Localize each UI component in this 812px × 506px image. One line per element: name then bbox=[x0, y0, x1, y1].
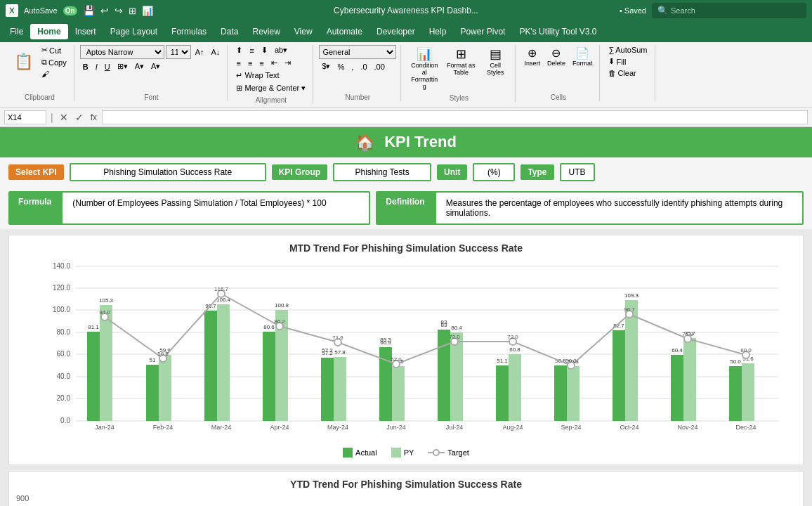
ribbon-number: General $▾ % , .0 .00 Number bbox=[315, 45, 401, 101]
comma-button[interactable]: , bbox=[348, 62, 356, 72]
menu-developer[interactable]: Developer bbox=[369, 24, 422, 39]
formula-input[interactable] bbox=[102, 110, 808, 124]
menu-power-pivot[interactable]: Power Pivot bbox=[453, 24, 512, 39]
cell-reference[interactable] bbox=[4, 110, 46, 124]
currency-button[interactable]: $▾ bbox=[319, 61, 333, 72]
undo-icon[interactable]: ↩ bbox=[100, 5, 109, 16]
merge-center-button[interactable]: ⊞ Merge & Center ▾ bbox=[233, 83, 308, 93]
percent-button[interactable]: % bbox=[335, 62, 348, 72]
menu-insert[interactable]: Insert bbox=[68, 24, 103, 39]
menu-home[interactable]: Home bbox=[30, 24, 67, 39]
font-shrink-button[interactable]: A↓ bbox=[209, 47, 223, 57]
wrap-text-button[interactable]: ↵ Wrap Text bbox=[233, 70, 282, 81]
format-painter-icon: 🖌 bbox=[41, 70, 49, 78]
save-icon[interactable]: 💾 bbox=[83, 5, 95, 16]
copy-button[interactable]: ⧉ Copy bbox=[39, 57, 70, 67]
fill-button[interactable]: ⬇ Fill bbox=[605, 56, 650, 67]
menu-automate[interactable]: Automate bbox=[320, 24, 369, 39]
table-icon[interactable]: ⊞ bbox=[129, 6, 136, 16]
bar-jun-py bbox=[392, 366, 405, 421]
bar-nov-py bbox=[683, 338, 696, 421]
redo-icon[interactable]: ↪ bbox=[114, 5, 123, 16]
italic-button[interactable]: I bbox=[93, 62, 100, 72]
svg-text:140.0: 140.0 bbox=[53, 262, 70, 270]
underline-button[interactable]: U bbox=[102, 62, 113, 72]
align-row4: ⊞ Merge & Center ▾ bbox=[233, 83, 308, 93]
align-center-button[interactable]: ≡ bbox=[245, 58, 255, 68]
bar-mar-py bbox=[217, 304, 230, 421]
svg-text:52.0: 52.0 bbox=[391, 356, 402, 363]
svg-text:Apr-24: Apr-24 bbox=[270, 424, 289, 431]
menu-data[interactable]: Data bbox=[214, 24, 245, 39]
menu-bar: File Home Insert Page Layout Formulas Da… bbox=[0, 21, 812, 42]
svg-point-68 bbox=[433, 450, 439, 455]
conditional-formatting-button[interactable]: 📊 Conditional Formatting bbox=[407, 45, 442, 91]
align-top-button[interactable]: ⬆ bbox=[233, 45, 245, 56]
font-grow-button[interactable]: A↑ bbox=[192, 47, 207, 57]
format-painter-button[interactable]: 🖌 bbox=[39, 69, 70, 79]
decrease-decimal-button[interactable]: .0 bbox=[358, 62, 369, 72]
autosave-toggle[interactable]: On bbox=[63, 6, 77, 15]
fill-color-button[interactable]: A▾ bbox=[132, 61, 147, 72]
ribbon: 📋 ✂ Cut ⧉ Copy 🖌 Clipboard Aptos Narrow … bbox=[0, 42, 812, 108]
format-table-button[interactable]: ⊞ Format as Table bbox=[443, 45, 478, 77]
increase-decimal-button[interactable]: .00 bbox=[372, 62, 388, 72]
menu-file[interactable]: File bbox=[3, 24, 30, 39]
menu-formulas[interactable]: Formulas bbox=[164, 24, 214, 39]
type-value[interactable]: UTB bbox=[560, 163, 595, 181]
search-input[interactable] bbox=[671, 6, 790, 15]
kpi-group-label: KPI Group bbox=[272, 164, 327, 180]
autosave-label: AutoSave bbox=[24, 6, 58, 15]
align-right-button[interactable]: ≡ bbox=[256, 58, 266, 68]
menu-pk-utility[interactable]: PK's Utility Tool V3.0 bbox=[512, 24, 603, 39]
autosum-button[interactable]: ∑ AutoSum bbox=[605, 45, 650, 55]
align-left-button[interactable]: ≡ bbox=[233, 58, 243, 68]
svg-text:Aug-24: Aug-24 bbox=[502, 424, 523, 431]
orientation-button[interactable]: ab▾ bbox=[272, 45, 290, 56]
format-button[interactable]: 📄 Format bbox=[570, 45, 596, 68]
menu-page-layout[interactable]: Page Layout bbox=[103, 24, 164, 39]
border-button[interactable]: ⊞▾ bbox=[114, 61, 131, 72]
cut-icon: ✂ bbox=[41, 46, 48, 55]
align-bottom-button[interactable]: ⬇ bbox=[258, 45, 270, 56]
number-format-select[interactable]: General bbox=[319, 45, 396, 59]
svg-text:72.0: 72.0 bbox=[449, 334, 460, 340]
font-name-select[interactable]: Aptos Narrow bbox=[80, 45, 164, 59]
editing-buttons: ∑ AutoSum ⬇ Fill 🗑 Clear bbox=[605, 45, 650, 78]
menu-view[interactable]: View bbox=[287, 24, 320, 39]
search-box[interactable]: 🔍 bbox=[652, 3, 806, 18]
kpi-group-value[interactable]: Phishing Tests bbox=[333, 163, 431, 181]
menu-review[interactable]: Review bbox=[245, 24, 287, 39]
copy-icon: ⧉ bbox=[41, 58, 47, 67]
decrease-indent-button[interactable]: ⇤ bbox=[268, 58, 280, 68]
ribbon-clipboard: 📋 ✂ Cut ⧉ Copy 🖌 Clipboard bbox=[6, 45, 74, 101]
confirm-formula-icon[interactable]: ✓ bbox=[75, 112, 84, 123]
title-bar-right: • Saved 🔍 bbox=[539, 3, 806, 18]
cut-button[interactable]: ✂ Cut bbox=[39, 45, 70, 56]
font-label: Font bbox=[145, 91, 159, 101]
bold-button[interactable]: B bbox=[80, 62, 91, 72]
font-size-select[interactable]: 11 bbox=[166, 45, 191, 59]
bar-mar-actual bbox=[204, 311, 217, 421]
delete-button[interactable]: ⊖ Delete bbox=[544, 45, 568, 68]
insert-button[interactable]: ⊕ Insert bbox=[521, 45, 543, 68]
unit-label: Unit bbox=[437, 164, 467, 180]
clear-button[interactable]: 🗑 Clear bbox=[605, 68, 650, 78]
increase-indent-button[interactable]: ⇥ bbox=[282, 58, 294, 68]
clipboard-label: Clipboard bbox=[25, 91, 55, 101]
unit-value[interactable]: (%) bbox=[473, 163, 515, 181]
cell-styles-button[interactable]: ▤ Cell Styles bbox=[480, 45, 511, 77]
align-middle-button[interactable]: ≡ bbox=[247, 46, 256, 56]
title-bar: X AutoSave On 💾 ↩ ↪ ⊞ 📊 Cybersecurity Aw… bbox=[0, 0, 812, 21]
font-color-button[interactable]: A▾ bbox=[148, 61, 163, 72]
svg-text:51: 51 bbox=[150, 357, 156, 363]
insert-function-icon[interactable]: fx bbox=[91, 112, 97, 122]
chart-icon[interactable]: 📊 bbox=[142, 6, 153, 16]
paste-button[interactable]: 📋 bbox=[10, 50, 37, 74]
ribbon-alignment: ⬆ ≡ ⬇ ab▾ ≡ ≡ ≡ ⇤ ⇥ ↵ Wrap Text ⊞ Merge … bbox=[229, 45, 313, 104]
cells-buttons: ⊕ Insert ⊖ Delete 📄 Format bbox=[521, 45, 595, 68]
cancel-formula-icon[interactable]: ✕ bbox=[60, 112, 68, 123]
menu-help[interactable]: Help bbox=[422, 24, 454, 39]
select-kpi-value[interactable]: Phishing Simulation Success Rate bbox=[70, 163, 266, 181]
svg-text:Mar-24: Mar-24 bbox=[211, 424, 232, 431]
